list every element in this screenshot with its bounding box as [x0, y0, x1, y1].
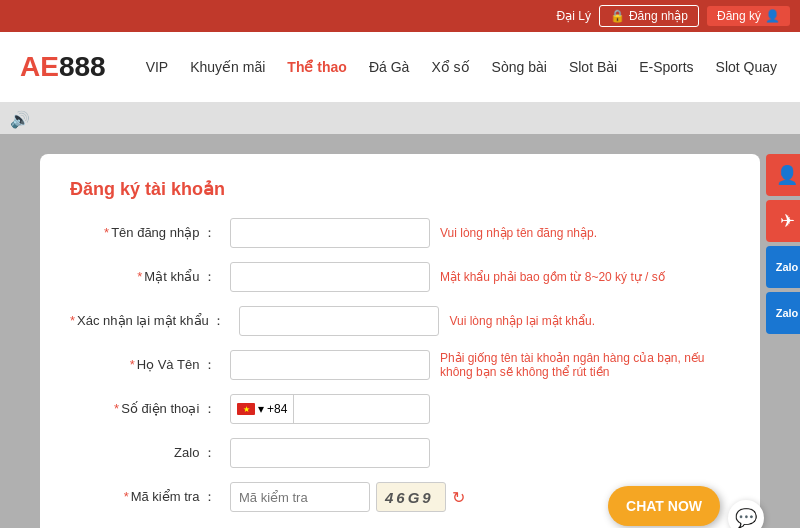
register-form: Đăng ký tài khoản *Tên đăng nhập ： Vui l… — [40, 154, 760, 528]
user-side-button[interactable]: 👤 — [766, 154, 800, 196]
password-input[interactable] — [230, 262, 430, 292]
confirm-password-label: *Xác nhận lại mật khẩu ： — [70, 312, 239, 330]
password-label: *Mật khẩu ： — [70, 268, 230, 286]
captcha-image: 46G9 — [376, 482, 446, 512]
telegram-icon: ✈ — [780, 210, 795, 232]
username-input[interactable] — [230, 218, 430, 248]
agent-link[interactable]: Đại Lý — [557, 9, 591, 23]
fullname-input[interactable] — [230, 350, 430, 380]
lock-icon: 🔒 — [610, 9, 625, 23]
fullname-row: *Họ Và Tên ： Phải giống tên tài khoản ng… — [70, 350, 730, 380]
nav-live[interactable]: Sòng bài — [492, 59, 547, 75]
nav-sports[interactable]: Thể thao — [287, 59, 347, 75]
zalo-input[interactable] — [230, 438, 430, 468]
confirm-password-row: *Xác nhận lại mật khẩu ： Vui lòng nhập l… — [70, 306, 730, 336]
phone-input-group: ▾ +84 — [230, 394, 430, 424]
zalo1-side-button[interactable]: Zalo — [766, 246, 800, 288]
sound-icon[interactable]: 🔊 — [10, 110, 30, 129]
password-hint: Mật khẩu phải bao gồm từ 8~20 ký tự / số — [440, 270, 665, 284]
navbar: AE888 VIP Khuyến mãi Thể thao Đá Gà Xổ s… — [0, 32, 800, 104]
telegram-side-button[interactable]: ✈ — [766, 200, 800, 242]
zalo1-icon: Zalo — [776, 261, 799, 273]
chat-now-button[interactable]: CHAT NOW — [608, 486, 720, 526]
main-content: Đăng ký tài khoản *Tên đăng nhập ： Vui l… — [0, 134, 800, 528]
captcha-refresh-button[interactable]: ↻ — [452, 488, 465, 507]
vietnam-flag — [237, 403, 255, 415]
nav-cockfight[interactable]: Đá Gà — [369, 59, 409, 75]
confirm-password-input[interactable] — [239, 306, 439, 336]
side-buttons: 👤 ✈ Zalo Zalo — [766, 154, 800, 334]
fullname-hint: Phải giống tên tài khoản ngân hàng của b… — [440, 351, 720, 379]
register-button[interactable]: Đăng ký 👤 — [707, 6, 790, 26]
user-icon: 👤 — [776, 164, 798, 186]
zalo2-side-button[interactable]: Zalo — [766, 292, 800, 334]
username-label: *Tên đăng nhập ： — [70, 224, 230, 242]
nav-promo[interactable]: Khuyến mãi — [190, 59, 265, 75]
nav-items: VIP Khuyến mãi Thể thao Đá Gà Xổ số Sòng… — [146, 59, 800, 75]
phone-label: *Số điện thoại ： — [70, 400, 230, 418]
captcha-group: 46G9 ↻ — [230, 482, 465, 512]
top-bar: Đại Lý 🔒 Đăng nhập Đăng ký 👤 — [0, 0, 800, 32]
zalo-label: Zalo ： — [70, 444, 230, 462]
confirm-password-hint: Vui lòng nhập lại mật khẩu. — [449, 314, 595, 328]
logo: AE888 — [20, 51, 106, 83]
username-row: *Tên đăng nhập ： Vui lòng nhập tên đăng … — [70, 218, 730, 248]
captcha-input[interactable] — [230, 482, 370, 512]
phone-row: *Số điện thoại ： ▾ +84 — [70, 394, 730, 424]
zalo2-icon: Zalo — [776, 307, 799, 319]
phone-flag-selector[interactable]: ▾ +84 — [231, 395, 294, 423]
zalo-row: Zalo ： — [70, 438, 730, 468]
chat-bubble-button[interactable]: 💬 — [728, 500, 764, 528]
captcha-label: *Mã kiểm tra ： — [70, 488, 230, 506]
form-title: Đăng ký tài khoản — [70, 178, 730, 200]
nav-slotbai[interactable]: Slot Bài — [569, 59, 617, 75]
username-hint: Vui lòng nhập tên đăng nhập. — [440, 226, 597, 240]
chat-bubble-icon: 💬 — [735, 507, 757, 528]
phone-prefix: +84 — [267, 402, 287, 416]
login-button[interactable]: 🔒 Đăng nhập — [599, 5, 699, 27]
register-icon: 👤 — [765, 9, 780, 23]
phone-number-input[interactable] — [294, 395, 414, 423]
nav-esports[interactable]: E-Sports — [639, 59, 693, 75]
sound-bar: 🔊 — [0, 104, 800, 134]
nav-vip[interactable]: VIP — [146, 59, 169, 75]
flag-arrow: ▾ — [258, 402, 264, 416]
password-row: *Mật khẩu ： Mật khẩu phải bao gồm từ 8~2… — [70, 262, 730, 292]
nav-lottery[interactable]: Xổ số — [431, 59, 469, 75]
fullname-label: *Họ Và Tên ： — [70, 356, 230, 374]
nav-slotquay[interactable]: Slot Quay — [716, 59, 777, 75]
